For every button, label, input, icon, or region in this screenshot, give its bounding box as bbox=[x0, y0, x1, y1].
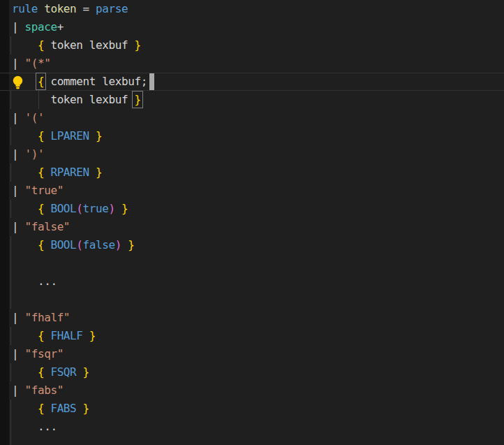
code-token: "(*" bbox=[24, 57, 50, 70]
indent-guide bbox=[10, 327, 11, 345]
code-token: } bbox=[96, 129, 102, 143]
matched-bracket: { bbox=[38, 75, 44, 88]
code-line[interactable]: rule token = parse bbox=[0, 0, 504, 18]
code-token: LPAREN bbox=[50, 129, 89, 143]
code-line[interactable]: { BOOL(true) } bbox=[0, 200, 504, 218]
matched-bracket: } bbox=[134, 93, 140, 106]
code-token: { bbox=[38, 238, 44, 251]
code-token: space bbox=[24, 20, 57, 34]
code-token: | bbox=[12, 384, 24, 397]
code-token: | bbox=[12, 347, 24, 360]
code-token: | bbox=[12, 57, 24, 70]
indent-guide bbox=[10, 291, 11, 309]
code-token bbox=[76, 402, 82, 415]
code-token: RPAREN bbox=[50, 166, 89, 179]
code-token: ) bbox=[109, 202, 115, 215]
code-token: | bbox=[12, 311, 24, 324]
code-token: { bbox=[38, 166, 44, 179]
code-token: ')' bbox=[24, 147, 44, 161]
code-line[interactable]: { token lexbuf } bbox=[0, 36, 504, 54]
indent-guide bbox=[10, 418, 11, 436]
code-line[interactable]: ... bbox=[0, 272, 504, 291]
code-line[interactable]: { FHALF } bbox=[0, 327, 504, 345]
code-token: BOOL bbox=[50, 202, 76, 215]
code-line[interactable] bbox=[0, 436, 504, 445]
code-token: ) bbox=[115, 238, 121, 251]
indent-guide bbox=[10, 272, 11, 291]
code-line[interactable] bbox=[0, 254, 504, 272]
code-line[interactable]: | '(' bbox=[0, 109, 504, 127]
code-token: { bbox=[38, 202, 44, 215]
indent-guide bbox=[10, 254, 11, 272]
code-token: { bbox=[38, 129, 44, 143]
indent-guide bbox=[10, 91, 11, 109]
code-line[interactable]: | "(*" bbox=[0, 54, 504, 73]
code-token: } bbox=[83, 365, 89, 379]
code-token: } bbox=[134, 38, 140, 52]
code-token: } bbox=[89, 329, 96, 342]
code-line[interactable]: { RPAREN } bbox=[0, 163, 504, 182]
code-line[interactable]: | "fsqr" bbox=[0, 345, 504, 363]
code-token: FSQR bbox=[50, 365, 76, 379]
indent-guide bbox=[10, 363, 11, 381]
code-token: FABS bbox=[50, 402, 76, 415]
indent-guide bbox=[10, 200, 11, 218]
lightbulb-icon[interactable] bbox=[12, 75, 24, 89]
code-token: "fhalf" bbox=[24, 311, 70, 324]
code-line[interactable]: | "false" bbox=[0, 218, 504, 236]
code-token bbox=[121, 238, 128, 251]
code-line[interactable]: { FABS } bbox=[0, 400, 504, 418]
code-token: } bbox=[128, 238, 134, 251]
indent-guide bbox=[10, 163, 11, 182]
code-editor[interactable]: rule token = parse| space+ { token lexbu… bbox=[0, 0, 504, 445]
code-line[interactable]: | "fabs" bbox=[0, 381, 504, 400]
code-token: | bbox=[12, 184, 24, 197]
code-token: { bbox=[38, 402, 44, 415]
code-token: { bbox=[38, 365, 44, 379]
code-line[interactable]: | space+ bbox=[0, 18, 504, 36]
code-token: "fsqr" bbox=[24, 347, 63, 360]
code-token: { bbox=[38, 329, 44, 342]
code-token bbox=[12, 365, 38, 379]
code-token bbox=[89, 129, 96, 143]
indent-guide bbox=[38, 91, 39, 109]
code-token: } bbox=[96, 166, 102, 179]
code-token: true bbox=[83, 202, 109, 215]
code-line[interactable]: { LPAREN } bbox=[0, 127, 504, 145]
code-line[interactable]: token lexbuf } bbox=[0, 91, 504, 109]
code-token: = bbox=[76, 2, 96, 15]
code-line[interactable]: | ')' bbox=[0, 145, 504, 163]
code-token: ... bbox=[12, 420, 57, 433]
indent-guide bbox=[10, 127, 11, 145]
code-line[interactable]: { FSQR } bbox=[0, 363, 504, 381]
code-token: token lexbuf bbox=[12, 93, 134, 106]
code-token: ... bbox=[12, 275, 57, 288]
code-token bbox=[38, 2, 44, 15]
indent-guide bbox=[10, 236, 11, 254]
code-token: "true" bbox=[24, 184, 63, 197]
code-token: | bbox=[12, 147, 24, 161]
code-line[interactable]: { BOOL(false) } bbox=[0, 236, 504, 254]
code-token bbox=[12, 38, 38, 52]
code-token bbox=[12, 202, 38, 215]
code-line[interactable] bbox=[0, 291, 504, 309]
code-line[interactable]: | "fhalf" bbox=[0, 309, 504, 327]
code-token: | bbox=[12, 20, 24, 34]
code-token: "fabs" bbox=[24, 384, 63, 397]
code-token bbox=[83, 329, 89, 342]
code-token: comment lexbuf; bbox=[44, 75, 147, 88]
code-line[interactable]: { comment lexbuf; bbox=[0, 73, 504, 91]
code-area[interactable]: rule token = parse| space+ { token lexbu… bbox=[0, 0, 504, 445]
code-token: token bbox=[44, 2, 76, 15]
code-token bbox=[76, 365, 82, 379]
indent-guide bbox=[10, 36, 11, 54]
code-token: } bbox=[121, 202, 128, 215]
code-token bbox=[12, 238, 38, 251]
indent-guide bbox=[10, 436, 11, 445]
code-token: } bbox=[83, 402, 89, 415]
code-token: { bbox=[38, 38, 44, 52]
text-cursor bbox=[149, 73, 154, 90]
code-line[interactable]: | "true" bbox=[0, 182, 504, 200]
code-line[interactable]: ... bbox=[0, 418, 504, 436]
code-token: ( bbox=[76, 202, 82, 215]
